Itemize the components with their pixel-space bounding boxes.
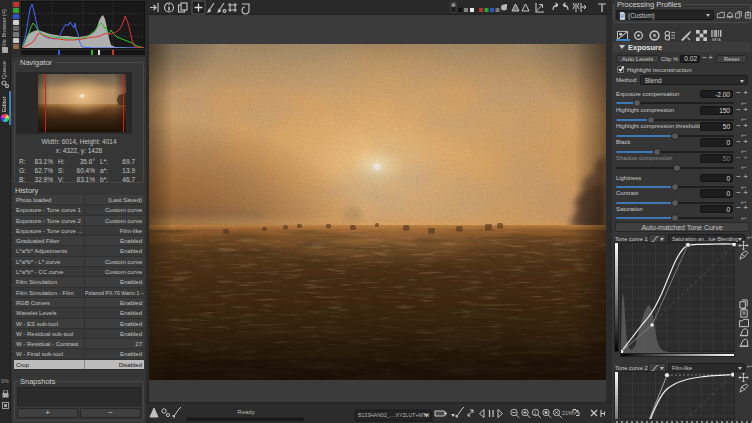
svg-text:B133HAN02_....XYZLUT+MTX: B133HAN02_....XYZLUT+MTX bbox=[358, 412, 430, 418]
svg-text:Ready: Ready bbox=[237, 409, 254, 415]
svg-text:21%: 21% bbox=[562, 410, 573, 416]
svg-text:1: 1 bbox=[534, 411, 537, 416]
svg-text:META: META bbox=[712, 38, 721, 41]
